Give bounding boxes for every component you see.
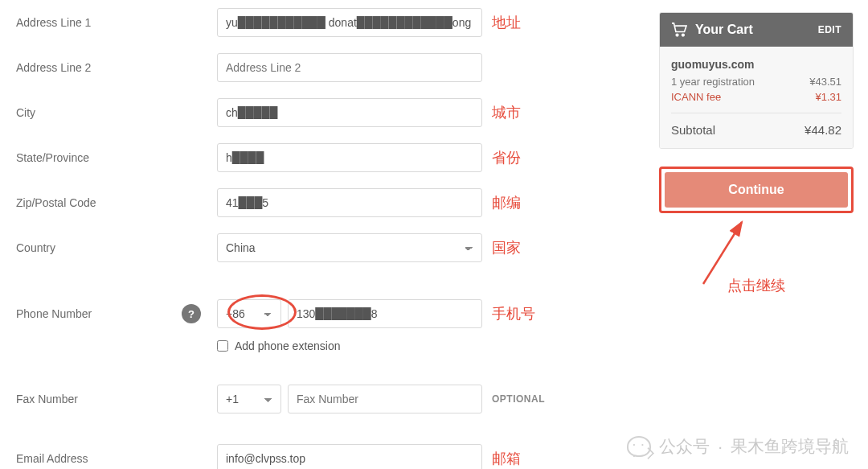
cart-domain: guomuyus.com	[671, 58, 841, 71]
address1-input[interactable]	[217, 8, 482, 37]
fax-label: Fax Number	[16, 393, 217, 405]
fax-optional-tag: OPTIONAL	[492, 393, 545, 405]
state-annotation: 省份	[492, 148, 521, 167]
phone-annotation: 手机号	[492, 304, 535, 323]
add-extension-label: Add phone extension	[235, 339, 341, 352]
contact-form: Address Line 1 地址 Address Line 2 City 城市…	[0, 0, 659, 469]
click-continue-annotation: 点击继续	[659, 276, 854, 295]
phone-country-code-select[interactable]: +86	[217, 299, 281, 328]
svg-point-0	[676, 34, 678, 36]
cart-title: Your Cart	[695, 23, 753, 37]
fax-input[interactable]	[288, 385, 482, 413]
email-label: Email Address	[16, 452, 217, 465]
phone-label: Phone Number	[16, 307, 92, 320]
country-label: Country	[16, 241, 217, 254]
help-icon[interactable]: ?	[182, 304, 201, 323]
cart-reg-price: ¥43.51	[809, 76, 841, 88]
cart-fee-price: ¥1.31	[815, 91, 841, 103]
phone-input[interactable]	[288, 299, 482, 328]
address1-annotation: 地址	[492, 13, 521, 32]
cart-icon	[671, 23, 687, 37]
email-input[interactable]	[217, 444, 482, 469]
cart-subtotal-price: ¥44.82	[805, 123, 841, 137]
country-select[interactable]: China	[217, 233, 482, 262]
state-input[interactable]	[217, 143, 482, 172]
email-annotation: 邮箱	[492, 449, 521, 468]
cart-reg-label: 1 year registration	[671, 76, 755, 88]
state-label: State/Province	[16, 151, 217, 164]
cart-panel: Your Cart EDIT guomuyus.com 1 year regis…	[659, 0, 868, 469]
watermark: 公众号 · 果木鱼跨境导航	[627, 435, 849, 458]
continue-button[interactable]: Continue	[665, 172, 848, 208]
address2-label: Address Line 2	[16, 61, 217, 74]
wechat-icon	[627, 436, 651, 457]
address2-input[interactable]	[217, 53, 482, 82]
zip-label: Zip/Postal Code	[16, 196, 217, 209]
zip-input[interactable]	[217, 188, 482, 217]
address1-label: Address Line 1	[16, 16, 217, 29]
cart-fee-label: ICANN fee	[671, 91, 721, 103]
cart-edit-link[interactable]: EDIT	[818, 24, 841, 35]
watermark-prefix: 公众号	[659, 435, 710, 458]
zip-annotation: 邮编	[492, 193, 521, 212]
watermark-name: 果木鱼跨境导航	[731, 435, 849, 458]
watermark-dot: ·	[718, 437, 723, 456]
cart-subtotal-label: Subtotal	[671, 123, 715, 137]
city-input[interactable]	[217, 98, 482, 127]
add-extension-checkbox[interactable]	[217, 340, 228, 352]
city-annotation: 城市	[492, 103, 521, 122]
svg-point-1	[682, 34, 685, 36]
fax-country-code-select[interactable]: +1	[217, 385, 281, 413]
city-label: City	[16, 106, 217, 119]
country-annotation: 国家	[492, 238, 521, 257]
continue-highlight-box: Continue	[659, 167, 854, 213]
